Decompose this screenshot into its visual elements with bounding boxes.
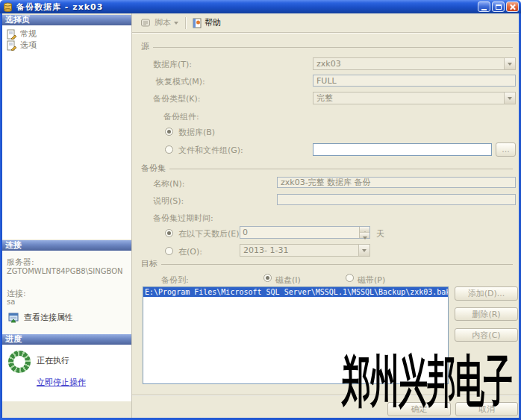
expire-label: 备份集过期时间: [153,213,213,224]
database-icon [3,2,13,12]
help-icon [193,18,202,28]
expire-on-date-radio[interactable] [165,247,173,255]
chevron-down-icon [504,93,515,104]
script-icon [140,18,152,28]
chevron-down-icon [504,58,515,69]
recovery-model-label: 恢复模式(M): [156,76,205,87]
progress-status: 正在执行 [37,355,69,366]
script-button-label: 脚本 [155,17,171,28]
sidebar: 选择页 常规 选项 连接 服务器: ZGTO [2,13,131,418]
watermark-text: 郑州兴邦电子 [342,343,512,420]
view-connection-properties[interactable]: 查看连接属性 [8,312,73,323]
spin-down-icon [360,232,369,238]
spinner-buttons[interactable] [359,227,369,238]
maximize-button[interactable] [492,1,505,12]
tape-radio[interactable] [346,274,354,282]
server-value: ZGTOMWLNT84PGB8\SINGBON [7,267,123,275]
server-label: 服务器: [7,257,34,268]
progress-header: 进度 [2,334,131,345]
source-group-caption: 源 [141,41,513,52]
contents-button[interactable]: 内容(C) [455,328,518,342]
days-unit-label: 天 [376,228,384,239]
files-filegroups-field[interactable] [313,143,492,156]
help-button-label: 帮助 [205,17,221,28]
expire-after-days-label: 在以下天数后(E): [178,228,242,239]
connection-panel: 服务器: ZGTOMWLNT84PGB8\SINGBON 连接: sa 查看连接… [2,251,131,334]
list-item[interactable]: E:\Program Files\Microsoft SQL Server\MS… [143,287,448,297]
destination-group-caption: 目标 [141,258,513,269]
page-script-icon [7,29,16,40]
backup-component-label: 备份组件: [163,111,199,122]
spinner-icon [8,351,31,373]
backup-to-label: 备份到: [161,275,189,286]
progress-panel: 正在执行 立即停止操作 [2,345,131,401]
expire-date-picker[interactable]: 2013- 1-31 [240,244,370,257]
login-value: sa [7,298,15,306]
window-controls [478,1,519,12]
description-field[interactable] [277,194,516,205]
files-filegroups-radio-label: 文件和文件组(G): [178,145,243,156]
database-radio[interactable] [165,128,173,136]
spin-up-icon [360,227,369,232]
chevron-down-icon [174,22,178,27]
close-button[interactable] [506,1,519,12]
expire-after-days-radio[interactable] [165,229,173,237]
minimize-button[interactable] [478,1,490,12]
files-filegroups-radio[interactable] [165,145,173,154]
backup-database-dialog: 备份数据库 - zxk03 选择页 常规 [0,0,521,420]
tape-radio-label: 磁带(P) [358,275,385,286]
sidebar-item-label: 常规 [20,28,37,40]
description-label: 说明(S): [153,195,184,207]
disk-radio[interactable] [263,274,272,282]
page-script-icon [7,40,16,51]
select-page-header: 选择页 [2,15,131,25]
maximize-icon [496,4,502,10]
days-spinner[interactable]: 0 [240,226,370,239]
minimize-icon [481,9,487,10]
name-field[interactable]: zxk03-完整 数据库 备份 [277,177,516,188]
sidebar-item-label: 选项 [20,40,37,51]
expire-on-date-label: 在(O): [178,246,202,257]
sidebar-item-general[interactable]: 常规 [7,28,37,40]
backup-set-group-caption: 备份集 [141,163,513,174]
database-label: 数据库(T): [153,59,192,70]
select-page-panel: 常规 选项 [2,25,131,239]
backup-type-select[interactable]: 完整 [313,92,516,104]
window-title: 备份数据库 - zxk03 [16,1,478,13]
backup-type-label: 备份类型(K): [153,93,201,104]
recovery-model-field[interactable]: FULL [313,75,516,87]
database-radio-label: 数据库(B) [178,127,215,138]
database-select[interactable]: zxk03 [313,57,516,70]
help-button[interactable]: 帮助 [190,16,223,30]
connection-header: 连接 [2,240,131,251]
browse-button[interactable]: ... [496,142,516,157]
view-connection-properties-label: 查看连接属性 [24,312,73,323]
add-button[interactable]: 添加(D)... [455,286,518,301]
script-button[interactable]: 脚本 [138,16,181,30]
close-icon [510,4,516,10]
stop-action-link[interactable]: 立即停止操作 [37,377,86,388]
chevron-down-icon [358,245,369,256]
toolbar-separator [185,17,186,29]
title-bar: 备份数据库 - zxk03 [0,0,521,13]
sidebar-item-options[interactable]: 选项 [7,40,37,51]
disk-radio-label: 磁盘(I) [275,275,301,286]
connection-properties-icon [8,312,19,323]
name-label: 名称(N): [153,178,185,189]
remove-button[interactable]: 删除(R) [455,307,518,321]
toolbar: 脚本 帮助 [132,13,519,33]
